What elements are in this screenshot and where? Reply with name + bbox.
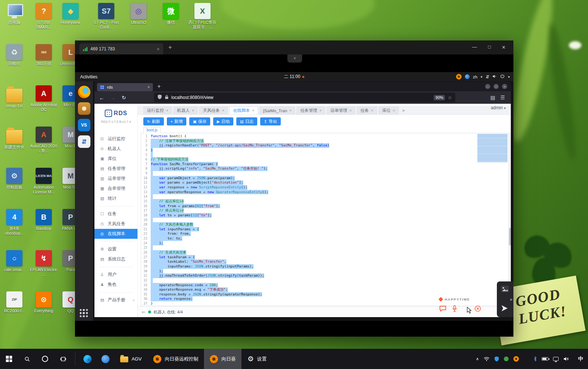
toolbar-button-启动[interactable]: ▶启动 (213, 117, 233, 125)
chat-icon[interactable] (439, 305, 447, 313)
remote-toolbar-dropdown[interactable]: ˅ (287, 54, 302, 63)
taskbar-app-agv-folder[interactable]: AGV (114, 349, 147, 369)
tab-close-icon[interactable]: × (147, 85, 150, 90)
toolbar-button-刷新[interactable]: ↻刷新 (143, 117, 164, 125)
app-tab-close-icon[interactable]: × (166, 109, 168, 113)
app-tab-机器人[interactable]: 机器人× (173, 106, 198, 114)
sidebar-item-用户[interactable]: ♙用户 (94, 270, 137, 280)
firefox-minimize-button[interactable]: – (485, 84, 490, 89)
desktop-icon-autocad[interactable]: AAutoCAD 2020 - 简... (29, 127, 58, 153)
app-tab-运行监控[interactable]: 运行监控× (143, 106, 172, 114)
taskbar-app-settings[interactable]: ⚙设置 (241, 349, 272, 369)
app-tab-任务管理[interactable]: 任务管理× (297, 106, 325, 114)
desktop-icon-new-folder[interactable]: 新建文件夹 (0, 127, 29, 150)
dock-icon-software[interactable] (78, 102, 90, 115)
security-shield-icon[interactable] (494, 356, 499, 362)
taskbar-app-sunflower-remote[interactable]: 向日葵远程控制 (147, 349, 204, 369)
app-tab-天风任务[interactable]: 天风任务× (199, 106, 228, 114)
pinned-browser-blue-swirl[interactable] (78, 349, 96, 369)
task-view-button[interactable] (54, 349, 72, 369)
dock-icon-vscode[interactable]: VS (78, 119, 90, 131)
sidebar-item-在线脚本[interactable]: ◎在线脚本 (94, 229, 137, 239)
sidebar-item-库位[interactable]: ▣库位 (94, 154, 137, 164)
app-tab-close-icon[interactable]: × (393, 109, 395, 113)
send-cursor-icon[interactable] (501, 304, 509, 314)
sidebar-item-任务[interactable]: ☐任务 (94, 209, 137, 219)
desktop-icon-siemens-plc-doc[interactable]: X西门子PLC寄存器双字、... (188, 3, 217, 30)
app-tab-close-icon[interactable]: × (192, 109, 194, 113)
desktop-icon-smap-1st[interactable]: smap-1st (0, 85, 29, 109)
desktop-icon-this-pc[interactable]: 此电脑 (0, 3, 29, 25)
start-button[interactable] (0, 349, 18, 369)
reload-button[interactable]: ↻ (120, 95, 128, 100)
app-tab-运单管理[interactable]: 运单管理× (327, 106, 355, 114)
ime-indicator[interactable]: 中 (573, 349, 588, 369)
sidebar-item-统计[interactable]: ▧统计 (94, 194, 137, 203)
tabs-overflow-icon[interactable]: » (402, 108, 405, 113)
sidebar-item-设置[interactable]: ⚙设置 (94, 244, 137, 254)
app-tab-close-icon[interactable]: × (319, 109, 322, 113)
desktop-icon-360-zip[interactable]: 360360压缩 (29, 44, 58, 66)
user-menu[interactable]: admin ▾ (491, 105, 506, 110)
sidebar-item-运行监控[interactable]: ⊡运行监控 (94, 134, 137, 144)
remote-session-tab[interactable]: 469 171 783 × (79, 43, 163, 54)
toolbar-button-新增[interactable]: +新增 (167, 117, 186, 125)
new-tab-button[interactable]: + (157, 83, 161, 90)
remote-titlebar[interactable]: 469 171 783 × + — □ × (75, 40, 513, 54)
ubuntu-clock[interactable]: 二 11:00 (284, 74, 304, 80)
scrollbar-thumb[interactable] (509, 228, 511, 245)
menu-hamburger-icon[interactable]: ☰ (500, 95, 505, 100)
antivirus-green-icon[interactable] (504, 356, 509, 361)
app-tab-close-icon[interactable]: × (371, 109, 373, 113)
app-indicator-icon[interactable] (465, 74, 470, 79)
desktop-icon-acrobat[interactable]: AAdobe Acrobat DC (29, 85, 58, 112)
desktop-icon-everything[interactable]: ⊙Everything (29, 291, 58, 313)
cortana-button[interactable] (36, 349, 54, 369)
zoom-level-badge[interactable]: 90% (434, 95, 445, 100)
desktop-icon-s7-pct[interactable]: S7S7-PCT - Port Confi... (92, 3, 121, 30)
remote-grid-icon[interactable] (524, 356, 529, 362)
show-applications-icon[interactable] (80, 309, 88, 317)
window-maximize-button[interactable]: □ (488, 44, 491, 51)
sidebar-item-机器人[interactable]: ⊙机器人 (94, 144, 137, 154)
url-text[interactable]: localhost:8080/#/view (171, 95, 431, 100)
url-bar[interactable]: localhost:8080/#/view 90% ☆ (154, 93, 455, 102)
sidebar-collapse-icon[interactable]: ‹ (133, 298, 135, 303)
app-tab-close-icon[interactable]: × (289, 109, 291, 113)
editor-scrollbar[interactable] (509, 133, 511, 306)
firefox-tab-rds[interactable]: rds × (97, 83, 153, 91)
desktop-icon-s7-200-manual[interactable]: ?S7-200 SMAR... (29, 3, 58, 30)
code-editor[interactable]: 1function boot() {2 // 注册下单按钮的响应方法3 jj.r… (141, 133, 509, 306)
window-minimize-button[interactable]: — (472, 44, 477, 51)
file-tab-bootjs[interactable]: boot.js (143, 127, 161, 133)
app-tab-close-icon[interactable]: × (222, 109, 224, 113)
desktop-icon-recycle-bin[interactable]: ♻回收站 (0, 44, 29, 66)
bookmark-star-icon[interactable]: ☆ (448, 95, 452, 100)
sunflower-indicator-icon[interactable] (456, 74, 462, 79)
desktop-icon-cale-smar[interactable]: ○cale.smar... (0, 250, 29, 272)
sidebar-item-产品手册[interactable]: ▤产品手册‹ (94, 295, 137, 305)
bluetooth-icon[interactable] (534, 356, 537, 362)
dock-icon-firefox[interactable] (78, 86, 90, 98)
sidebar-item-合单管理[interactable]: ▦合单管理 (94, 184, 137, 194)
new-session-button[interactable]: + (168, 44, 172, 51)
desktop-icon-bandizip[interactable]: BBandizip (29, 209, 58, 231)
sidebar-item-天风任务[interactable]: ◷天风任务 (94, 219, 137, 229)
battery-icon[interactable] (542, 357, 548, 361)
desktop-icon-rc2000[interactable]: ZIPRC2000-f... (0, 291, 29, 313)
toolbar-button-日志[interactable]: ▤日志 (236, 117, 257, 125)
network-icon[interactable]: ⇵ (485, 74, 489, 79)
desktop-icon-honeyview[interactable]: ◆Honeyview (56, 3, 85, 25)
sidebar-item-系统日志[interactable]: ▤系统日志 (94, 254, 137, 264)
app-tab-库位[interactable]: 库位× (379, 106, 399, 114)
wifi-icon[interactable] (484, 357, 490, 361)
app-tab-任务[interactable]: 任务× (357, 106, 377, 114)
dock-icon-file-transfer[interactable]: ⇵ (78, 135, 90, 148)
app-tab-[SaiMo_Tran[interactable]: [SaiMo_Tran× (259, 106, 295, 114)
desktop-icon-automation-license[interactable]: LICEN MAAutomation License M... (29, 168, 58, 195)
mic-icon[interactable] (452, 305, 457, 314)
forward-button[interactable]: → (109, 95, 116, 101)
library-icon[interactable]: ▤ (490, 95, 495, 100)
sidebar-item-运单管理[interactable]: ▥运单管理 (94, 174, 137, 184)
sidebar-item-任务管理[interactable]: ▤任务管理 (94, 164, 137, 174)
